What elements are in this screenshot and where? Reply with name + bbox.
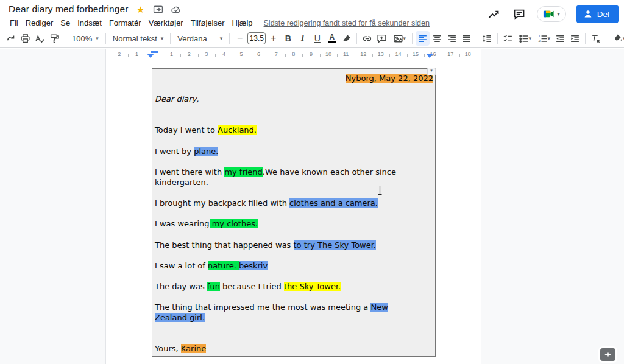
left-indent-marker[interactable] — [147, 54, 154, 58]
ruler-dot — [141, 55, 142, 55]
fill-color-button[interactable]: ▾ — [609, 31, 624, 46]
cloud-save-status-icon[interactable] — [171, 4, 182, 15]
document-page[interactable]: ▾ Nyborg, May 22, 2022 Dear diary, Today… — [152, 68, 436, 357]
ruler-number: 1 — [133, 51, 140, 57]
comment-history-icon[interactable] — [511, 6, 527, 22]
paragraph — [155, 156, 433, 167]
ruler-number: 1 — [168, 51, 176, 57]
text-segment: my friend — [224, 167, 263, 177]
ruler-dot — [420, 55, 420, 55]
line-spacing-button[interactable] — [480, 31, 494, 46]
ruler-dot — [246, 55, 246, 55]
ruler-dot — [124, 55, 124, 55]
paint-format-button[interactable] — [48, 31, 62, 46]
menu-item-tilføjelser[interactable]: Tilføjelser — [187, 17, 229, 29]
zoom-select[interactable]: 100% ▾ — [68, 31, 102, 46]
ruler[interactable]: 21123456789101112131415161718 — [106, 50, 481, 58]
date-line: Nyborg, May 22, 2022 — [155, 73, 433, 83]
meet-icon — [543, 9, 555, 19]
ruler-tick — [215, 54, 216, 57]
meet-call-button[interactable]: ▾ — [537, 6, 566, 22]
bold-button[interactable]: B — [281, 31, 295, 46]
menu-item-fil[interactable]: Fil — [6, 17, 22, 29]
explore-button[interactable] — [600, 348, 615, 361]
header: Dear diary med forbedringer ★ FilRediger… — [0, 0, 624, 29]
redo-button[interactable] — [4, 31, 18, 46]
share-button[interactable]: Del — [576, 5, 619, 23]
ruler-tick — [268, 54, 268, 57]
salutation: Dear diary, — [155, 94, 433, 104]
explore-star-icon — [604, 351, 612, 359]
font-value: Verdana — [177, 34, 207, 43]
font-size-input[interactable]: 13.5 — [247, 32, 266, 44]
ruler-tick — [198, 54, 199, 57]
ruler-tick — [424, 54, 425, 57]
text-color-button[interactable]: A — [325, 31, 339, 46]
numbered-list-button[interactable]: 1 2 ▾ — [534, 31, 553, 46]
menu-item-værktøjer[interactable]: Værktøjer — [145, 17, 187, 29]
menu-bar-row: FilRedigerSeIndsætFormatérVærktøjerTilfø… — [6, 17, 430, 29]
document-title[interactable]: Dear diary med forbedringer — [9, 4, 129, 15]
ruler-tick — [146, 54, 146, 57]
document-stats-icon[interactable] — [486, 6, 502, 22]
ruler-tick — [163, 54, 163, 57]
ruler-tick — [320, 54, 321, 57]
star-icon[interactable]: ★ — [135, 4, 146, 15]
ruler-number: 3 — [203, 51, 210, 57]
align-justify-button[interactable] — [459, 31, 473, 46]
clear-formatting-button[interactable] — [589, 31, 603, 46]
ruler-number: 18 — [464, 51, 472, 57]
text-segment: The thing that impressed me the most was… — [155, 303, 370, 312]
spellcheck-button[interactable] — [33, 31, 47, 46]
align-right-button[interactable] — [445, 31, 459, 46]
image-caret-icon: ▾ — [403, 36, 406, 41]
insert-link-button[interactable] — [360, 31, 374, 46]
underline-button[interactable]: U — [310, 31, 324, 46]
bulleted-list-button[interactable]: ▾ — [516, 31, 534, 46]
print-button[interactable] — [18, 31, 32, 46]
checklist-button[interactable] — [501, 31, 515, 46]
text-segment: my clothes. — [210, 219, 258, 228]
font-caret-icon: ▾ — [220, 36, 223, 41]
highlight-color-button[interactable] — [339, 31, 353, 46]
text-segment: Auckland. — [218, 125, 257, 135]
paragraph — [155, 187, 433, 198]
menu-item-rediger[interactable]: Rediger — [22, 17, 57, 29]
paragraph: I went there with my friend.We have know… — [155, 167, 433, 187]
paragraph — [155, 271, 433, 281]
increase-indent-button[interactable] — [568, 31, 582, 46]
paragraph — [155, 333, 433, 343]
font-select[interactable]: Verdana ▾ — [174, 31, 226, 46]
decrease-font-size-button[interactable]: − — [233, 31, 247, 46]
menu-item-hjælp[interactable]: Hjælp — [229, 17, 257, 29]
text-segment: fun — [207, 282, 220, 291]
ruler-number: 4 — [220, 51, 227, 57]
decrease-indent-button[interactable] — [553, 31, 567, 46]
increase-font-size-button[interactable]: + — [266, 31, 280, 46]
paragraph-style-select[interactable]: Normal tekst ▾ — [109, 31, 168, 46]
ruler-number: 12 — [360, 51, 367, 57]
text-segment: I brought my backpack filled with — [155, 198, 289, 208]
italic-button[interactable]: I — [296, 31, 310, 46]
ruler-dot — [367, 55, 368, 55]
move-folder-icon[interactable] — [153, 4, 164, 15]
menu-bar: FilRedigerSeIndsætFormatérVærktøjerTilfø… — [6, 17, 257, 29]
ruler-dot — [263, 55, 264, 55]
last-edit-link[interactable]: Sidste redigering fandt sted for få seku… — [264, 19, 430, 27]
bulleted-list-caret-icon: ▾ — [529, 36, 532, 41]
align-center-button[interactable] — [430, 31, 444, 46]
add-comment-button[interactable] — [375, 31, 389, 46]
align-left-button[interactable] — [416, 31, 430, 46]
menu-item-se[interactable]: Se — [57, 17, 74, 29]
paragraph — [155, 136, 433, 146]
first-line-indent-marker[interactable] — [151, 51, 158, 53]
ruler-tick — [389, 54, 390, 57]
menu-item-formatér[interactable]: Formatér — [105, 17, 145, 29]
text-segment: because I tried — [220, 282, 284, 291]
insert-image-button[interactable]: ▾ — [389, 31, 409, 46]
menu-item-indsæt[interactable]: Indsæt — [74, 17, 105, 29]
right-indent-marker[interactable] — [426, 54, 433, 58]
ruler-tick — [407, 54, 408, 57]
ruler-tick — [459, 54, 460, 57]
comment-collapsed-tab[interactable]: ▾ — [427, 68, 436, 75]
